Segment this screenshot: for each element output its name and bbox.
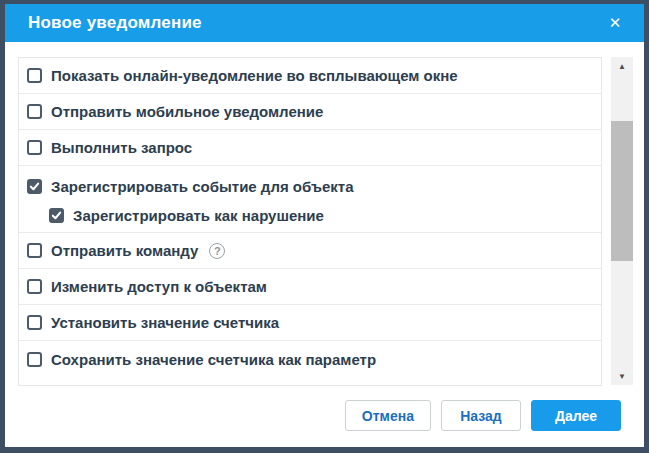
checkbox-line: Зарегистрировать событие для объекта <box>27 172 601 201</box>
checkbox-label[interactable]: Выполнить запрос <box>51 139 192 156</box>
checkbox-unchecked[interactable] <box>27 243 42 258</box>
dialog-header: Новое уведомление ✕ <box>5 4 644 42</box>
dialog-footer: Отмена Назад Далее <box>18 386 633 447</box>
scrollbar-gap <box>602 57 611 386</box>
scrollbar-thumb[interactable] <box>611 121 633 261</box>
checkbox-line: Изменить доступ к объектам <box>27 272 601 301</box>
list-item: Показать онлайн-уведомление во всплывающ… <box>19 58 601 94</box>
checkbox-checked[interactable] <box>49 208 64 223</box>
checkbox-line: Установить значение счетчика <box>27 308 601 337</box>
scrollbar-down-button[interactable]: ▼ <box>611 368 633 384</box>
checkbox-label[interactable]: Зарегистрировать событие для объекта <box>51 178 354 195</box>
checkbox-line: Сохранить значение счетчика как параметр <box>27 345 601 374</box>
checkbox-label[interactable]: Показать онлайн-уведомление во всплывающ… <box>51 67 458 84</box>
checkbox-unchecked[interactable] <box>27 315 42 330</box>
list-item: Зарегистрировать событие для объектаЗаре… <box>19 166 601 233</box>
checkbox-checked[interactable] <box>27 179 42 194</box>
checkbox-line: Показать онлайн-уведомление во всплывающ… <box>27 61 601 90</box>
dialog-title: Новое уведомление <box>28 13 202 33</box>
checkbox-line: Отправить команду? <box>27 236 601 265</box>
checkbox-label[interactable]: Зарегистрировать как нарушение <box>73 207 324 224</box>
scrollbar-up-button[interactable]: ▲ <box>611 58 633 74</box>
list-item: Выполнить запрос <box>19 130 601 166</box>
list-item: Отправить мобильное уведомление <box>19 94 601 130</box>
next-button[interactable]: Далее <box>531 400 621 431</box>
list-item: Отправить команду? <box>19 233 601 269</box>
dialog-body: Показать онлайн-уведомление во всплывающ… <box>5 42 644 447</box>
checkbox-label[interactable]: Сохранить значение счетчика как параметр <box>51 351 376 368</box>
checkbox-label[interactable]: Изменить доступ к объектам <box>51 278 267 295</box>
cancel-button[interactable]: Отмена <box>345 400 431 431</box>
checkbox-unchecked[interactable] <box>27 140 42 155</box>
checkbox-line: Отправить мобильное уведомление <box>27 97 601 126</box>
checkbox-label[interactable]: Отправить мобильное уведомление <box>51 103 323 120</box>
actions-list-area: Показать онлайн-уведомление во всплывающ… <box>18 57 633 386</box>
back-button[interactable]: Назад <box>441 400 521 431</box>
checkbox-unchecked[interactable] <box>27 352 42 367</box>
checkbox-unchecked[interactable] <box>27 104 42 119</box>
checkbox-unchecked[interactable] <box>27 68 42 83</box>
checkbox-line: Выполнить запрос <box>27 133 601 162</box>
checkbox-label[interactable]: Отправить команду <box>51 242 198 259</box>
checkbox-unchecked[interactable] <box>27 279 42 294</box>
actions-list: Показать онлайн-уведомление во всплывающ… <box>18 57 602 386</box>
list-item: Изменить доступ к объектам <box>19 269 601 305</box>
list-item: Установить значение счетчика <box>19 305 601 341</box>
checkbox-line: Зарегистрировать как нарушение <box>27 201 601 230</box>
scrollbar[interactable]: ▲ ▼ <box>611 57 633 385</box>
notification-dialog: Новое уведомление ✕ Показать онлайн-увед… <box>0 0 649 453</box>
close-icon: ✕ <box>609 14 622 32</box>
list-item: Сохранить значение счетчика как параметр <box>19 341 601 377</box>
checkbox-label[interactable]: Установить значение счетчика <box>51 314 279 331</box>
help-icon[interactable]: ? <box>209 243 225 259</box>
close-button[interactable]: ✕ <box>602 10 628 36</box>
